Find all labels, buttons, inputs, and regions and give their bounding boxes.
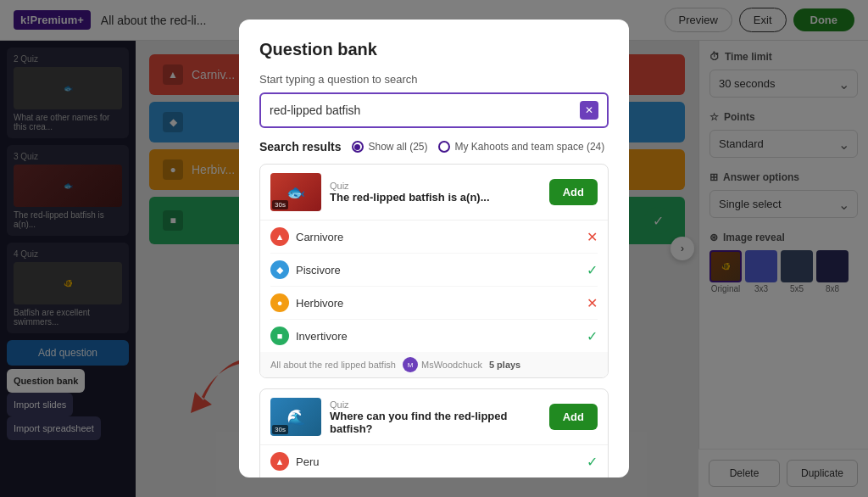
ans-result-1-4: ✓ (587, 328, 598, 344)
q-footer-1: All about the red lipped batfish M MsWoo… (260, 352, 608, 377)
q-info-2: Quiz Where can you find the red-lipped b… (330, 399, 541, 435)
search-results-header: Search results Show all (25) My Kahoots … (259, 140, 609, 154)
q-answer-2-1: ▲ Peru ✓ (270, 445, 598, 477)
question-bank-modal: Question bank Start typing a question to… (239, 20, 629, 477)
q-answers-1: ▲ Carnivore ✕ ◆ Piscivore ✓ ● Herbivore … (260, 221, 608, 352)
q-answer-1-4: ■ Invertivore ✓ (270, 320, 598, 352)
search-bar: ✕ (259, 92, 609, 128)
q-info-1: Quiz The red-lipped batfish is a(n)... (330, 181, 541, 204)
search-label: Start typing a question to search (259, 73, 609, 86)
ans-result-1-1: ✕ (587, 229, 598, 245)
my-kahoots-radio[interactable]: My Kahoots and team space (24) (438, 141, 605, 153)
show-all-label: Show all (25) (369, 141, 428, 153)
q-type-2: Quiz (330, 399, 541, 410)
my-kahoots-radio-dot (438, 141, 450, 153)
q-text-1: The red-lipped batfish is a(n)... (330, 191, 541, 204)
ans-text-1-1: Carnivore (296, 231, 343, 243)
results-title: Search results (259, 140, 342, 154)
q-answer-1-2: ◆ Piscivore ✓ (270, 254, 598, 287)
q-answer-1-1: ▲ Carnivore ✕ (270, 221, 598, 254)
ans-icon-red-2: ▲ (270, 452, 289, 471)
q-thumb-1: 🐟 30s (270, 173, 321, 211)
q-thumb-1-duration: 30s (272, 200, 288, 209)
ans-result-1-3: ✕ (587, 295, 598, 311)
q-card-2-header: 🌊 30s Quiz Where can you find the red-li… (260, 389, 608, 445)
q-thumb-2: 🌊 30s (270, 398, 321, 436)
q-thumb-2-duration: 30s (272, 425, 288, 434)
q-type-1: Quiz (330, 181, 541, 191)
ans-icon-yellow-1: ● (270, 293, 289, 312)
ans-text-1-4: Invertivore (296, 330, 348, 343)
search-clear-button[interactable]: ✕ (580, 101, 598, 120)
my-kahoots-label: My Kahoots and team space (24) (455, 141, 605, 153)
ans-result-1-2: ✓ (587, 262, 598, 278)
user-badge-1: M MsWoodchuck (403, 357, 482, 372)
ans-text-1-3: Herbivore (296, 297, 343, 310)
ans-icon-green-1: ■ (270, 327, 289, 345)
search-input[interactable] (270, 103, 573, 117)
ans-icon-red-1: ▲ (270, 227, 289, 246)
q-text-2: Where can you find the red-lipped batfis… (330, 410, 541, 435)
q-answer-1-3: ● Herbivore ✕ (270, 287, 598, 320)
author-1: MsWoodchuck (421, 360, 482, 370)
ans-text-1-2: Piscivore (296, 264, 341, 276)
q-answers-2: ▲ Peru ✓ ◆ Brazil ✕ ● Galapagos ✓ ■ All … (260, 445, 608, 477)
user-avatar-1: M (403, 357, 418, 372)
modal-title: Question bank (259, 40, 609, 59)
question-card-2: 🌊 30s Quiz Where can you find the red-li… (259, 388, 609, 477)
q-source-1: All about the red lipped batfish (270, 360, 396, 370)
show-all-radio[interactable]: Show all (25) (352, 141, 428, 153)
q-add-button-1[interactable]: Add (549, 179, 598, 205)
ans-text-2-1: Peru (296, 455, 319, 468)
ans-result-2-1: ✓ (587, 454, 598, 470)
show-all-radio-dot (352, 141, 364, 153)
q-card-1-header: 🐟 30s Quiz The red-lipped batfish is a(n… (260, 165, 608, 221)
ans-icon-blue-1: ◆ (270, 260, 289, 279)
plays-count-1: 5 plays (489, 360, 520, 370)
modal-overlay[interactable]: Question bank Start typing a question to… (0, 0, 868, 497)
q-add-button-2[interactable]: Add (549, 404, 598, 430)
question-card-1: 🐟 30s Quiz The red-lipped batfish is a(n… (259, 164, 609, 378)
